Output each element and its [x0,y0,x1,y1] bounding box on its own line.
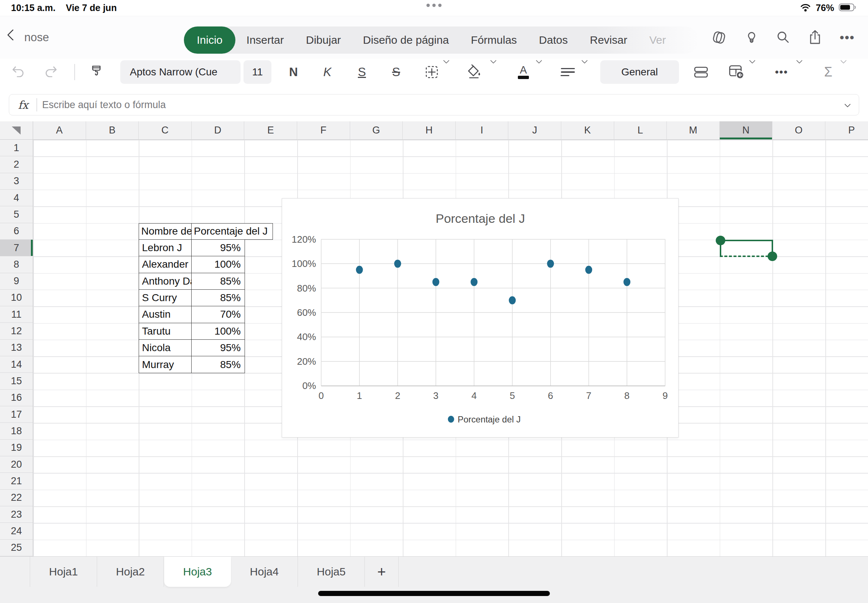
column-header-P[interactable]: P [825,121,868,139]
column-header-L[interactable]: L [614,121,667,139]
borders-icon[interactable] [424,59,440,85]
column-header-E[interactable]: E [244,121,297,139]
ribbon-tab-datos[interactable]: Datos [528,26,579,54]
row-header-3[interactable]: 3 [0,173,33,190]
share-icon[interactable] [807,29,823,46]
column-header-A[interactable]: A [33,121,86,139]
row-header-24[interactable]: 24 [0,523,33,540]
table-header-value[interactable]: Porcentaje del J [192,224,272,240]
fill-color-icon[interactable] [466,59,483,85]
column-header-D[interactable]: D [192,121,244,139]
ribbon-tab-inicio[interactable]: Inicio [184,26,235,54]
row-header-16[interactable]: 16 [0,390,33,406]
table-cell-value[interactable]: 100% [192,323,244,339]
ribbon-tab-revisar[interactable]: Revisar [579,26,639,54]
row-header-4[interactable]: 4 [0,190,33,206]
document-name[interactable]: nose [24,16,49,59]
table-cell-name[interactable]: Nicola [139,340,192,356]
redo-button[interactable] [43,59,60,85]
sheet-tab-hoja5[interactable]: Hoja5 [298,557,365,587]
column-header-K[interactable]: K [561,121,614,139]
table-cell-name[interactable]: Alexander [139,256,192,272]
select-all-corner[interactable] [0,121,33,140]
active-cell-selection[interactable] [720,240,773,257]
table-cell-value[interactable]: 70% [192,306,244,322]
row-header-14[interactable]: 14 [0,356,33,373]
column-header-C[interactable]: C [139,121,192,139]
undo-button[interactable] [9,59,26,85]
table-cell-name[interactable]: Lebron J [139,240,192,256]
ribbon-tab-f-rmulas[interactable]: Fórmulas [460,26,528,54]
column-header-F[interactable]: F [297,121,350,139]
column-header-J[interactable]: J [508,121,561,139]
row-header-15[interactable]: 15 [0,373,33,390]
selection-handle-top-left[interactable] [716,236,725,245]
table-cell-name[interactable]: Austin [139,306,192,322]
column-header-O[interactable]: O [772,121,825,139]
table-cell-value[interactable]: 85% [192,356,244,373]
formula-bar-expand-chevron-icon[interactable] [845,101,851,107]
row-header-8[interactable]: 8 [0,256,33,273]
ribbon-tab-dibujar[interactable]: Dibujar [295,26,352,54]
row-header-5[interactable]: 5 [0,206,33,223]
row-header-22[interactable]: 22 [0,490,33,506]
column-header-I[interactable]: I [456,121,509,139]
table-header-name[interactable]: Nombre de [139,224,192,240]
ribbon-tab-ver[interactable]: Ver [638,26,677,54]
row-header-13[interactable]: 13 [0,340,33,356]
ribbon-tab-dise-o-de-p-gina[interactable]: Diseño de página [352,26,460,54]
sheet-tab-hoja1[interactable]: Hoja1 [30,557,97,587]
font-name-select[interactable]: Aptos Narrow (Cue [120,60,241,84]
strikethrough-button[interactable]: S [386,59,407,85]
back-chevron-icon[interactable] [7,29,19,40]
chart-object[interactable]: 0%20%40%60%80%100%120%0123456789Porcenta… [282,198,679,438]
lightbulb-icon[interactable] [744,30,759,45]
ribbon-tab-insertar[interactable]: Insertar [235,26,295,54]
font-color-icon[interactable]: A [515,59,532,85]
table-cell-value[interactable]: 85% [192,273,244,289]
row-header-11[interactable]: 11 [0,306,33,323]
row-header-17[interactable]: 17 [0,406,33,423]
alignment-icon[interactable] [560,59,575,85]
row-header-19[interactable]: 19 [0,440,33,456]
more-actions-icon[interactable]: ••• [840,31,855,45]
sheet-tab-hoja3[interactable]: Hoja3 [164,557,231,587]
row-header-21[interactable]: 21 [0,473,33,489]
column-header-N[interactable]: N [720,121,773,139]
row-header-12[interactable]: 12 [0,323,33,339]
sheet-tab-hoja4[interactable]: Hoja4 [231,557,298,587]
search-icon[interactable] [776,30,791,45]
formula-input[interactable] [37,99,845,111]
table-cell-value[interactable]: 100% [192,256,244,272]
multitasking-dots-icon[interactable] [427,4,442,7]
row-header-2[interactable]: 2 [0,156,33,173]
row-header-6[interactable]: 6 [0,223,33,240]
sheet-tab-hoja2[interactable]: Hoja2 [97,557,164,587]
selection-handle-bottom-right[interactable] [767,252,777,261]
table-cell-value[interactable]: 85% [192,290,244,306]
italic-button[interactable]: K [317,59,337,85]
table-cell-name[interactable]: Anthony Da [139,273,192,289]
merge-cells-icon[interactable] [693,59,709,85]
column-header-M[interactable]: M [667,121,720,139]
copilot-icon[interactable] [711,30,727,45]
table-cell-name[interactable]: Murray [139,356,192,373]
cell-style-icon[interactable] [727,59,745,85]
column-header-H[interactable]: H [403,121,456,139]
underline-button[interactable]: S [351,59,372,85]
row-header-1[interactable]: 1 [0,140,33,156]
font-size-select[interactable]: 11 [243,60,271,84]
column-header-G[interactable]: G [350,121,403,139]
row-header-9[interactable]: 9 [0,273,33,290]
row-header-18[interactable]: 18 [0,423,33,439]
number-format-select[interactable]: General [600,60,679,84]
row-header-7[interactable]: 7 [0,240,33,256]
column-header-B[interactable]: B [86,121,139,139]
row-header-25[interactable]: 25 [0,540,33,556]
home-indicator-bar[interactable] [318,591,550,596]
autosum-button[interactable]: Σ [820,59,836,85]
row-header-20[interactable]: 20 [0,456,33,473]
table-cell-name[interactable]: S Curry [139,290,192,306]
row-header-23[interactable]: 23 [0,506,33,523]
table-cell-name[interactable]: Tarutu [139,323,192,339]
